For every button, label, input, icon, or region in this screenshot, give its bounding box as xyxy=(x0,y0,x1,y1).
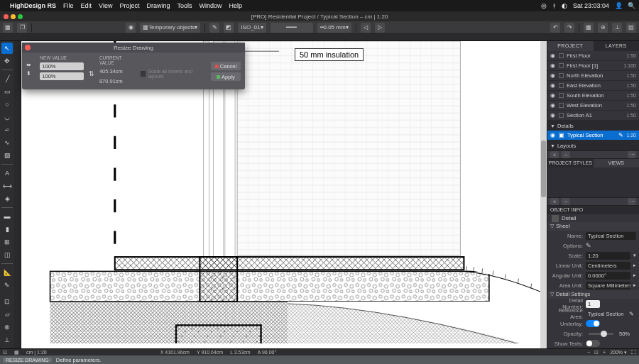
fill-color[interactable]: ◩ xyxy=(224,23,234,33)
sheet-row[interactable]: ◉East Elevation1:50 xyxy=(547,81,639,91)
app-menu[interactable]: HighDesign RS xyxy=(10,2,56,9)
angular-unit-dropdown[interactable]: 0.0000° xyxy=(586,272,630,280)
tab-layers[interactable]: LAYERS xyxy=(594,41,640,51)
menu-window[interactable]: Window xyxy=(199,2,222,9)
vertical-scrollbar[interactable] xyxy=(540,41,547,348)
sidebar-toggle[interactable]: ▦ xyxy=(3,23,13,33)
zoom-in-button[interactable]: + xyxy=(603,350,606,355)
wifi-icon[interactable]: ◎ xyxy=(541,2,547,9)
user-icon[interactable]: 👤 xyxy=(615,2,622,9)
layouts-group[interactable]: ▼Layouts xyxy=(547,140,639,150)
visibility-icon[interactable]: ◉ xyxy=(550,132,556,138)
dimension-tool[interactable]: ⟷ xyxy=(1,180,13,192)
visibility-icon[interactable]: ◉ xyxy=(550,92,556,99)
door-tool[interactable]: ◫ xyxy=(1,249,13,260)
menu-tools[interactable]: Tools xyxy=(177,2,192,9)
lock-aspect-button[interactable]: ⇅ xyxy=(88,55,95,85)
sheet-row[interactable]: ◉South Elevation1:50 xyxy=(547,91,639,101)
add-sheet-button[interactable]: + xyxy=(550,151,559,158)
visibility-icon[interactable]: ◉ xyxy=(550,53,556,59)
scrollbar-thumb[interactable] xyxy=(541,140,546,197)
annotation-label[interactable]: 50 mm insulation xyxy=(295,48,364,61)
undo-button[interactable]: ↶ xyxy=(550,23,560,33)
snap-midpoint[interactable]: ▱ xyxy=(1,309,13,320)
height-input[interactable]: 100% xyxy=(40,72,84,80)
menu-drawing[interactable]: Drawing xyxy=(146,2,170,9)
opacity-slider[interactable] xyxy=(589,333,613,335)
hatch-tool[interactable]: ▨ xyxy=(1,150,13,161)
paint-tool[interactable]: ✎ xyxy=(1,280,13,291)
layer-visibility-icon[interactable]: ◉ xyxy=(126,23,136,33)
tab-styles[interactable]: PROJECT STYLES xyxy=(547,159,594,167)
visibility-icon[interactable]: ◉ xyxy=(550,62,556,69)
lineweight-dropdown[interactable]: ━ 0.05 mm ▾ xyxy=(317,23,351,33)
arrow-end[interactable]: ▷ xyxy=(375,23,385,33)
column-tool[interactable]: ▮ xyxy=(1,224,13,235)
zoom-dropdown[interactable]: 200% ▾ xyxy=(610,350,627,355)
search-icon[interactable]: 🔍 xyxy=(628,2,635,9)
polyline-tool[interactable]: ⩫ xyxy=(1,124,13,136)
curve-tool[interactable]: ∿ xyxy=(1,137,13,148)
ortho-toggle[interactable]: ⊥ xyxy=(612,23,622,33)
menu-file[interactable]: File xyxy=(63,2,74,9)
detail-number-field[interactable]: 1 xyxy=(586,300,600,308)
sheet-row[interactable]: ◉West Elevation1:50 xyxy=(547,101,639,111)
views-list[interactable] xyxy=(547,167,639,197)
snap-toggle[interactable]: ⊕ xyxy=(598,23,608,33)
layer-dropdown[interactable]: ▦ Temporary objects ▾ xyxy=(140,23,200,33)
visibility-icon[interactable]: ◉ xyxy=(550,112,556,118)
arc-tool[interactable]: ◡ xyxy=(1,111,13,123)
grid-toggle[interactable]: ▦ xyxy=(584,23,594,33)
grid-indicator[interactable]: ▦ xyxy=(14,350,19,355)
remove-view-button[interactable]: − xyxy=(562,198,570,205)
linear-unit-dropdown[interactable]: Centimeters xyxy=(586,262,630,270)
right-panel-toggle[interactable]: ▤ xyxy=(626,23,636,33)
menu-view[interactable]: View xyxy=(99,2,112,9)
options-button[interactable]: ✎ xyxy=(586,242,591,249)
snap-perpendicular[interactable]: ⊥ xyxy=(1,334,13,346)
sheet-row[interactable]: ◉Section A11:50 xyxy=(547,111,639,121)
tab-project[interactable]: PROJECT xyxy=(547,41,594,51)
remove-sheet-button[interactable]: − xyxy=(562,151,570,158)
wall-tool[interactable]: ▬ xyxy=(1,211,13,222)
underlay-toggle[interactable] xyxy=(586,320,600,327)
tab-views[interactable]: VIEWS xyxy=(594,159,640,167)
rect-tool[interactable]: ▭ xyxy=(1,86,13,97)
pen-color[interactable]: ✎ xyxy=(209,23,219,33)
menu-help[interactable]: Help xyxy=(229,2,242,9)
sheet-row[interactable]: ◉North Elevation1:50 xyxy=(547,71,639,81)
sheet-section-header[interactable]: ▽Sheet xyxy=(547,222,639,231)
line-tool[interactable]: ╱ xyxy=(1,73,13,84)
edit-reference-button[interactable]: ✎ xyxy=(629,311,636,317)
view-options-button[interactable]: ⋯ xyxy=(628,198,636,205)
redo-button[interactable]: ↷ xyxy=(564,23,574,33)
area-unit-dropdown[interactable]: Square Millimeters xyxy=(586,282,630,289)
arrow-tool[interactable]: ↖ xyxy=(1,43,13,54)
pan-tool[interactable]: ✥ xyxy=(1,55,13,67)
scale-all-checkbox[interactable]: Scale all sheets and layouts xyxy=(141,62,207,85)
snap-indicator[interactable]: ⊡ xyxy=(3,350,7,355)
arrow-start[interactable]: ◁ xyxy=(361,23,371,33)
sheet-name-field[interactable]: Typical Section xyxy=(586,232,636,240)
units-display[interactable]: cm | 1:20 xyxy=(26,350,47,355)
measure-tool[interactable]: 📐 xyxy=(1,267,13,278)
window-tool[interactable]: ⊞ xyxy=(1,236,13,248)
cancel-button[interactable]: Cancel xyxy=(211,62,241,70)
linestyle-dropdown[interactable]: ISO_01 ▾ xyxy=(238,23,266,33)
width-input[interactable]: 100% xyxy=(40,62,84,70)
add-view-button[interactable]: + xyxy=(550,198,559,205)
snap-intersection[interactable]: ⊗ xyxy=(1,321,13,333)
bluetooth-icon[interactable]: ᚼ xyxy=(552,2,556,9)
sheet-row[interactable]: ◉First Floor1:50 xyxy=(547,51,639,61)
apply-button[interactable]: Apply xyxy=(211,72,241,81)
menu-project[interactable]: Project xyxy=(119,2,139,9)
scale-dropdown[interactable]: 1:20 xyxy=(586,252,630,260)
circle-tool[interactable]: ○ xyxy=(1,99,13,110)
sheet-options-button[interactable]: ⋯ xyxy=(628,151,636,158)
text-tool[interactable]: A xyxy=(1,167,13,179)
sheet-row[interactable]: ◉First Floor [1]1:100 xyxy=(547,61,639,71)
visibility-icon[interactable]: ◉ xyxy=(550,82,556,89)
fullscreen-button[interactable]: ⛶ xyxy=(631,350,636,355)
annotation-tool[interactable]: ◈ xyxy=(1,193,13,204)
details-group[interactable]: ▼Details xyxy=(547,121,639,131)
